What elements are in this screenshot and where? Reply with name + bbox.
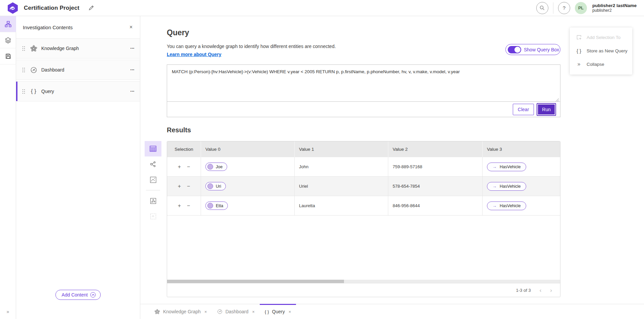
results-panel: Selection Value 0 Value 1 Value 2 Value … (167, 141, 560, 297)
menu-item-label: Add Selection To (587, 35, 621, 40)
relation-pill[interactable]: → HasVehicle (487, 182, 526, 191)
toggle-switch-icon[interactable] (508, 46, 521, 53)
add-selection-icon (576, 35, 582, 40)
entity-pill[interactable]: Uri (205, 182, 226, 190)
bottom-tab-bar: Knowledge Graph × Dashboard × { } Query … (140, 304, 644, 319)
table-header-row: Selection Value 0 Value 1 Value 2 Value … (167, 141, 560, 157)
add-row-button[interactable]: + (177, 164, 182, 170)
next-page-icon[interactable]: › (550, 287, 552, 293)
add-content-label: Add Content (62, 292, 88, 298)
close-panel-icon[interactable]: × (128, 23, 134, 32)
close-tab-icon[interactable]: × (252, 309, 255, 314)
rail-item-investigation-contents[interactable] (0, 16, 16, 32)
user-info[interactable]: publisher2 lastName publisher2 (592, 3, 637, 13)
relation-pill[interactable]: → HasVehicle (487, 163, 526, 171)
close-tab-icon[interactable]: × (289, 309, 291, 314)
close-tab-icon[interactable]: × (204, 309, 207, 314)
learn-more-link[interactable]: Learn more about Query (167, 52, 221, 57)
item-menu-icon[interactable]: ••• (131, 68, 135, 72)
tab-label: Query (272, 309, 285, 314)
person-node-icon (207, 183, 213, 189)
tab-label: Dashboard (226, 309, 249, 314)
panel-header: Investigation Contents × (16, 16, 140, 38)
previous-page-icon[interactable]: ‹ (540, 287, 542, 293)
graph-add-view-button[interactable] (145, 193, 161, 209)
drag-handle-icon[interactable] (22, 46, 25, 51)
table-view-button[interactable] (145, 141, 161, 156)
sidebar-item-query[interactable]: { } Query ••• (16, 81, 140, 101)
horizontal-scrollbar[interactable] (167, 280, 560, 283)
search-icon (539, 5, 545, 11)
remove-row-button[interactable]: − (186, 164, 191, 170)
menu-item-label: Collapse (587, 62, 604, 67)
run-button[interactable]: Run (537, 104, 555, 115)
add-row-button[interactable]: + (177, 203, 182, 209)
project-title: Certification Project (24, 5, 80, 11)
query-input[interactable]: MATCH (p:Person)-[hv:HasVehicle]->(v:Veh… (167, 65, 560, 102)
clear-button[interactable]: Clear (513, 104, 534, 115)
resize-grip-icon[interactable] (555, 98, 559, 102)
disabled-view-button (145, 209, 161, 224)
table-row: + − Uri Uriel 578-654-7854 → HasVehicle (167, 177, 560, 196)
layers-icon (5, 37, 11, 44)
top-bar: Certification Project ? PL publisher2 la… (0, 0, 644, 16)
remove-row-button[interactable]: − (186, 203, 191, 209)
column-header[interactable]: Selection (167, 141, 201, 157)
person-node-icon (207, 164, 213, 170)
help-button[interactable]: ? (558, 2, 570, 14)
sidebar-item-knowledge-graph[interactable]: Knowledge Graph ••• (16, 38, 140, 58)
entity-pill[interactable]: Joe (205, 163, 227, 171)
drag-handle-icon[interactable] (22, 89, 25, 94)
column-header[interactable]: Value 2 (388, 141, 482, 157)
rail-item-layers[interactable] (0, 32, 16, 48)
map-view-button[interactable] (145, 172, 161, 187)
braces-icon: { } (265, 309, 269, 314)
pagination-label: 1-3 of 3 (516, 288, 531, 293)
tab-query[interactable]: { } Query × (260, 304, 296, 319)
rail-expand-icon[interactable]: » (0, 309, 16, 314)
dashboard-icon (29, 66, 38, 74)
entity-label: Uri (216, 184, 221, 189)
search-button[interactable] (536, 2, 548, 14)
remove-row-button[interactable]: − (186, 183, 191, 189)
left-rail: » (0, 16, 16, 319)
relation-label: HasVehicle (500, 184, 521, 189)
column-header[interactable]: Value 1 (294, 141, 388, 157)
item-menu-icon[interactable]: ••• (131, 47, 135, 50)
braces-icon: { } (576, 48, 582, 54)
add-content-button[interactable]: Add Content (55, 290, 101, 300)
show-query-box-toggle[interactable]: Show Query Box (505, 44, 560, 55)
column-header[interactable]: Value 0 (201, 141, 294, 157)
tab-knowledge-graph[interactable]: Knowledge Graph × (149, 304, 212, 319)
item-menu-icon[interactable]: ••• (131, 90, 135, 93)
edit-title-icon[interactable] (87, 4, 96, 12)
avatar[interactable]: PL (575, 2, 587, 14)
page-title: Query (167, 28, 189, 37)
rail-item-save[interactable] (0, 48, 16, 64)
app-logo-icon[interactable] (7, 2, 18, 14)
toggle-label: Show Query Box (524, 47, 559, 52)
menu-item-collapse[interactable]: » Collapse (570, 57, 632, 71)
hierarchy-icon (5, 21, 11, 28)
relation-label: HasVehicle (500, 203, 521, 208)
relation-pill[interactable]: → HasVehicle (487, 201, 526, 210)
drag-handle-icon[interactable] (22, 67, 25, 73)
column-header[interactable]: Value 3 (482, 141, 560, 157)
scrollbar-thumb[interactable] (167, 280, 344, 283)
sidebar-item-dashboard[interactable]: Dashboard ••• (16, 60, 140, 80)
table-row: + − Joe John 759-889-57168 → HasVehicle (167, 157, 560, 177)
topbar-actions: ? PL publisher2 lastName publisher2 (536, 2, 637, 14)
add-row-button[interactable]: + (177, 183, 182, 189)
disabled-view-icon (150, 213, 156, 220)
menu-item-store-as-new-query[interactable]: { } Store as New Query (570, 44, 632, 57)
network-view-button[interactable] (145, 156, 161, 172)
add-to-graph-icon (150, 198, 156, 204)
app-window: Certification Project ? PL publisher2 la… (0, 0, 644, 319)
entity-pill[interactable]: Etta (205, 201, 228, 210)
query-box: MATCH (p:Person)-[hv:HasVehicle]->(v:Veh… (167, 64, 560, 117)
entity-label: Joe (216, 165, 222, 169)
network-icon (150, 161, 156, 168)
person-node-icon (207, 203, 213, 209)
query-box-footer: Clear Run (167, 102, 560, 117)
tab-dashboard[interactable]: Dashboard × (212, 304, 260, 319)
